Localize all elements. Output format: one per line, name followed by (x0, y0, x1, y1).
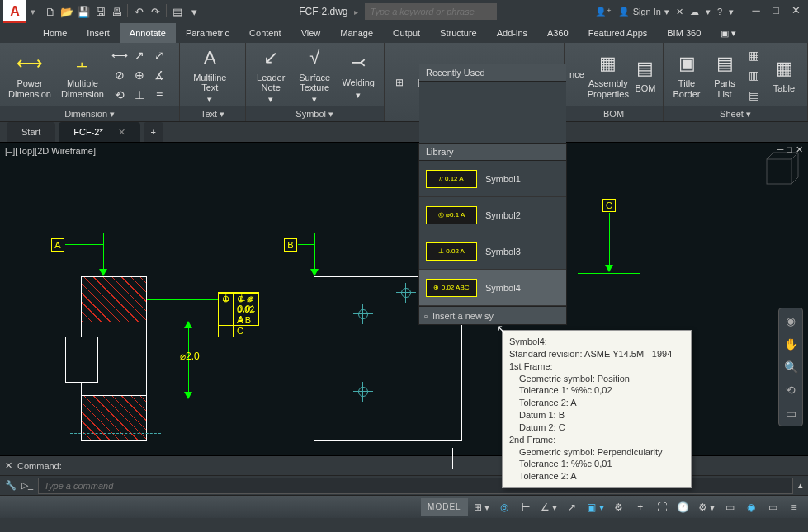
undo-icon[interactable]: ↶ (131, 4, 146, 19)
panel-title-symbol[interactable]: Symbol ▾ (246, 106, 384, 121)
help-icon[interactable]: ? (717, 7, 722, 16)
dim-tool-icon[interactable]: ⊘ (111, 66, 129, 84)
library-footer[interactable]: ▫Insert a new sy (419, 306, 566, 324)
plus-icon[interactable]: + (631, 498, 650, 516)
surface-texture-button[interactable]: √SurfaceTexture▾ (295, 45, 335, 105)
customize-icon[interactable]: 🔧 (5, 480, 17, 491)
tab-a360[interactable]: A360 (537, 23, 579, 43)
monitor-icon[interactable]: ▭ (721, 498, 739, 516)
workspace-icon[interactable]: ⚙ ▾ (696, 498, 717, 516)
table-button[interactable]: ▦Table (766, 45, 802, 105)
dim-tool-icon[interactable]: ∡ (150, 66, 168, 84)
new-tab-button[interactable]: + (144, 122, 163, 142)
library-item-symbol2[interactable]: ◎ ⌀0.1 ASymbol2 (419, 197, 566, 233)
hardware-icon[interactable]: ◉ (742, 498, 760, 516)
osnap-icon[interactable]: ↗ (563, 498, 581, 516)
tab-featured[interactable]: Featured Apps (579, 23, 658, 43)
power-dimension-button[interactable]: ⟷PowerDimension (5, 45, 54, 105)
tab-manage[interactable]: Manage (330, 23, 383, 43)
a360-icon[interactable]: ☁ (690, 7, 699, 17)
dim-tool-icon[interactable]: ⊕ (130, 66, 149, 84)
orbit-icon[interactable]: ⟲ (782, 381, 800, 399)
gear-icon[interactable]: ⚙ (610, 498, 628, 516)
clean-icon[interactable]: ▭ (763, 498, 782, 516)
customize-status-icon[interactable]: ≡ (785, 498, 803, 516)
panel-title-bom[interactable]: BOM (565, 106, 663, 121)
panel-title-text[interactable]: Text ▾ (180, 106, 244, 121)
dim-tool-icon[interactable]: ↗ (130, 46, 149, 64)
close-cmd-icon[interactable]: ✕ (5, 460, 12, 471)
tab-structure[interactable]: Structure (430, 23, 487, 43)
panel-title-dimension[interactable]: Dimension ▾ (0, 106, 179, 121)
tab-insert[interactable]: Insert (77, 23, 120, 43)
exchange-icon[interactable]: ✕ (676, 7, 683, 17)
library-item-symbol1[interactable]: // 0.12 ASymbol1 (419, 161, 566, 197)
anno-icon[interactable]: ⛶ (653, 498, 671, 516)
library-item-symbol4[interactable]: ⊕ 0.02 ABCSymbol4 (419, 270, 566, 306)
sheet-tool-icon[interactable]: ▥ (744, 66, 763, 84)
zoom-icon[interactable]: 🔍 (782, 358, 800, 376)
panel-title-sheet[interactable]: Sheet ▾ (664, 106, 807, 121)
welding-button[interactable]: ⤙Welding▾ (338, 45, 379, 105)
leader-note-button[interactable]: ↙LeaderNote▾ (251, 45, 291, 105)
search-input[interactable] (365, 3, 497, 20)
cmd-expand-icon[interactable]: ▴ (798, 480, 803, 491)
tab-parametric[interactable]: Parametric (176, 23, 239, 43)
tab-extra-icon[interactable]: ▣ ▾ (711, 23, 746, 43)
sheet-tool-icon[interactable]: ▦ (744, 46, 763, 64)
redo-icon[interactable]: ↷ (148, 4, 163, 19)
viewcube[interactable] (758, 151, 800, 192)
dim-tool-icon[interactable]: ⟲ (111, 86, 129, 104)
nce-button[interactable]: nce (569, 45, 584, 105)
multiple-dimension-button[interactable]: ⫠MultipleDimension (58, 45, 107, 105)
parts-list-button[interactable]: ▤PartsList (708, 45, 741, 105)
tab-view[interactable]: View (291, 23, 331, 43)
snap-icon[interactable]: ◎ (495, 498, 513, 516)
close-tab-icon[interactable]: ✕ (118, 127, 125, 138)
grid-icon[interactable]: ⊞ ▾ (471, 498, 492, 516)
library-item-symbol3[interactable]: ⊥ 0.02 ASymbol3 (419, 233, 566, 270)
tab-output[interactable]: Output (383, 23, 430, 43)
title-border-button[interactable]: ▣TitleBorder (669, 45, 705, 105)
showmotion-icon[interactable]: ▭ (782, 404, 800, 422)
dim-tool-icon[interactable]: ⤢ (150, 46, 168, 64)
tab-start[interactable]: Start (7, 122, 55, 142)
chevron-down-icon[interactable]: ▾ (706, 7, 711, 17)
assembly-properties-button[interactable]: ▦AssemblyProperties (588, 45, 629, 105)
chevron-down-icon[interactable]: ▾ (729, 7, 734, 17)
new-icon[interactable]: 🗋 (43, 4, 58, 19)
minimize-button[interactable]: ─ (747, 4, 765, 19)
tab-addins[interactable]: Add-ins (487, 23, 537, 43)
tab-bim360[interactable]: BIM 360 (657, 23, 711, 43)
layer-icon[interactable]: ▤ (170, 4, 185, 19)
infocenter-icon[interactable]: 👤⁺ (595, 7, 612, 17)
layer-icon[interactable]: ▣ ▾ (584, 498, 606, 516)
maximize-button[interactable]: □ (767, 4, 785, 19)
sheet-tool-icon[interactable]: ▤ (744, 86, 763, 104)
tab-content[interactable]: Content (239, 23, 291, 43)
model-space-button[interactable]: MODEL (421, 498, 468, 516)
sign-in-button[interactable]: 👤 Sign In ▾ (618, 7, 669, 17)
dim-tool-icon[interactable]: ⟷ (111, 46, 129, 64)
open-icon[interactable]: 📂 (59, 4, 74, 19)
plot-icon[interactable]: 🖶 (109, 4, 124, 19)
scale-icon[interactable]: 🕐 (674, 498, 692, 516)
qat-dropdown-icon[interactable]: ▾ (187, 4, 201, 19)
pan-icon[interactable]: ✋ (782, 335, 800, 353)
tab-annotate[interactable]: Annotate (120, 23, 176, 43)
polar-icon[interactable]: ∠ ▾ (538, 498, 560, 516)
app-logo[interactable]: A (3, 0, 26, 23)
multiline-text-button[interactable]: AMultilineText▾ (185, 45, 234, 105)
tab-file[interactable]: FCF-2*✕ (59, 122, 139, 142)
symbol-icon[interactable]: ⊞ (390, 74, 409, 91)
ortho-icon[interactable]: ⊢ (517, 498, 535, 516)
dim-tool-icon[interactable]: ≡ (150, 86, 168, 104)
close-button[interactable]: ✕ (787, 4, 805, 19)
tab-home[interactable]: Home (33, 23, 77, 43)
saveas-icon[interactable]: 🖫 (92, 4, 107, 19)
app-menu-dropdown[interactable]: ▾ (28, 7, 38, 17)
dim-tool-icon[interactable]: ⊥ (130, 86, 149, 104)
wheel-icon[interactable]: ◉ (782, 312, 800, 330)
save-icon[interactable]: 💾 (76, 4, 91, 19)
bom-button[interactable]: ▤BOM (632, 45, 659, 105)
